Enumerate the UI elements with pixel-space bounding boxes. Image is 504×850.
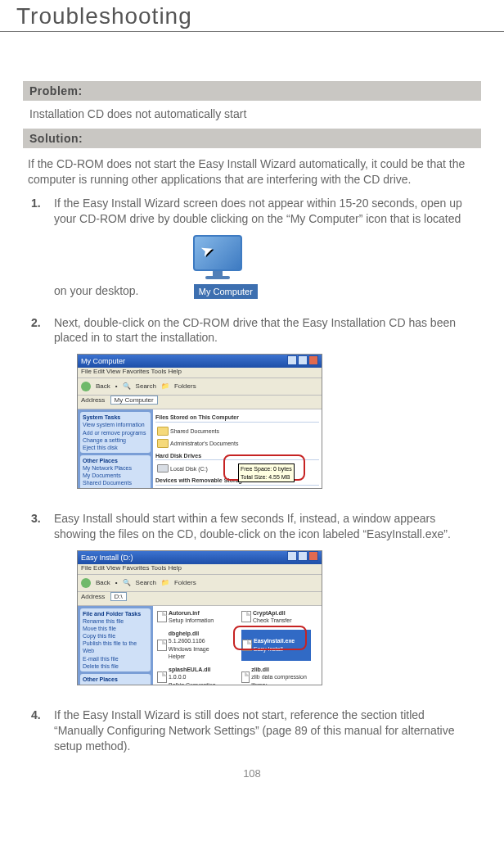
cdrom-tooltip: Free Space: 0 bytes Total Size: 4.55 MB — [238, 463, 295, 482]
main-panel: Autorun.infSetup Information CryptApi.dl… — [153, 606, 322, 685]
addressbar: Address My Computer — [78, 396, 322, 409]
addressbar: Address D:\ — [78, 592, 322, 606]
steps-list: If the Easy Install Wizard screen does n… — [23, 196, 481, 754]
window-buttons — [286, 551, 318, 563]
step-4: If the Easy Install Wizard is still does… — [31, 708, 476, 754]
window-title: My Computer — [81, 356, 125, 366]
main-panel: Files Stored on This Computer Shared Doc… — [153, 409, 322, 489]
window-title: Easy Install (D:) — [81, 553, 133, 563]
step-2-text: Next, double-click on the CD-ROM drive t… — [54, 316, 456, 345]
page-number: 108 — [23, 767, 481, 780]
red-highlight-easyinstall — [233, 626, 307, 650]
my-computer-label: My Computer — [194, 284, 258, 300]
title-rule — [0, 31, 504, 32]
explorer-cdrom-screenshot: Easy Install (D:) File Edit View Favorit… — [77, 550, 322, 685]
problem-label: Problem: — [23, 81, 481, 101]
my-computer-desktop-icon: ➤ My Computer — [174, 233, 261, 299]
problem-text: Installation CD does not automatically s… — [23, 101, 481, 129]
window-buttons — [286, 355, 318, 368]
solution-intro: If the CD-ROM does not start the Easy In… — [23, 148, 481, 192]
back-icon — [81, 578, 91, 588]
step-4-text: If the Easy Install Wizard is still does… — [54, 708, 454, 753]
step-1: If the Easy Install Wizard screen does n… — [31, 196, 476, 307]
explorer-mycomputer-screenshot: My Computer File Edit View Favorites Too… — [77, 354, 322, 489]
back-icon — [81, 382, 91, 391]
solution-label: Solution: — [23, 129, 481, 148]
side-panel: System Tasks View system information Add… — [78, 409, 153, 489]
menubar: File Edit View Favorites Tools Help — [78, 564, 322, 575]
toolbar: Back • 🔍Search 📁Folders — [78, 575, 322, 592]
step-2: Next, double-click on the CD-ROM drive t… — [31, 315, 476, 504]
step-3: Easy Install should start within a few s… — [31, 511, 476, 699]
side-panel: File and Folder Tasks Rename this file M… — [78, 606, 153, 685]
page-title: Troubleshooting — [16, 3, 481, 29]
step-3-text: Easy Install should start within a few s… — [54, 512, 451, 540]
toolbar: Back • 🔍Search 📁Folders — [78, 378, 322, 396]
menubar: File Edit View Favorites Tools Help — [78, 368, 322, 378]
